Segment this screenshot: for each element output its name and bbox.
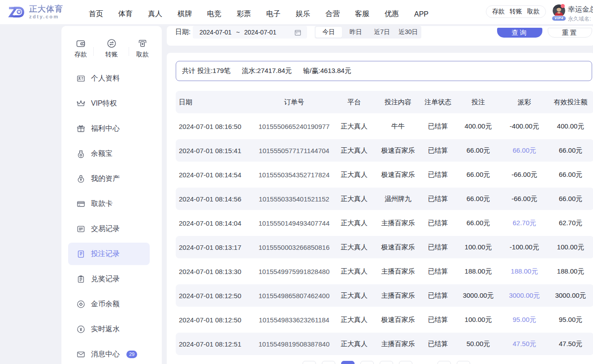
nav-item-6[interactable]: 彩票 (237, 9, 251, 19)
preset-1[interactable]: 今日 (316, 27, 342, 38)
cell-date: 2024-07-01 08:14:04 (176, 219, 253, 227)
table-row[interactable]: 2024-07-01 08:12:511015549819508387840正大… (176, 333, 593, 355)
cell-valid: 47.50元 (545, 340, 593, 348)
cell-payout: -100.00元 (503, 243, 545, 252)
calendar-icon (294, 29, 302, 36)
sidebar-item-11[interactable]: 实时返水 (61, 317, 162, 342)
cell-content: 温州牌九 (373, 195, 423, 203)
cell-valid: 66.00元 (545, 146, 593, 155)
cell-status: 已结算 (423, 171, 453, 179)
avatar[interactable] (553, 4, 565, 17)
quick-transfer[interactable]: 转账 (98, 38, 125, 59)
nav-item-5[interactable]: 电竞 (207, 9, 221, 19)
summary-item-2: 流水:27417.84元 (242, 67, 292, 75)
sidebar-item-1[interactable]: 个人资料 (61, 66, 162, 91)
cell-bet: 66.00元 (453, 195, 503, 203)
table-row[interactable]: 2024-07-01 08:14:561015550335401521152正大… (176, 188, 593, 210)
assets-icon (76, 174, 86, 184)
preset-4[interactable]: 近30日 (395, 26, 422, 39)
summary-box: 共计 投注:179笔流水:27417.84元输/赢:4613.84元 (176, 61, 592, 81)
quick-action-label: 转账 (105, 51, 118, 59)
clipboard-icon (76, 274, 86, 284)
cell-order: 1015550335401521152 (253, 195, 335, 203)
nav-item-11[interactable]: 优惠 (385, 9, 399, 19)
column-header-order: 订单号 (253, 98, 335, 107)
cell-date: 2024-07-01 08:12:51 (176, 340, 253, 348)
quick-wallet[interactable]: 存款 (67, 38, 94, 59)
sidebar-item-3[interactable]: 福利中心 (61, 116, 162, 141)
preset-3[interactable]: 近7日 (369, 26, 395, 39)
cell-bet: 66.00元 (453, 219, 503, 227)
nav-item-1[interactable]: 首页 (89, 9, 103, 19)
pouch-icon (76, 149, 86, 158)
sidebar-item-6[interactable]: 取款卡 (61, 191, 162, 216)
table-row[interactable]: 2024-07-01 08:16:501015550665240190977正大… (176, 115, 593, 137)
sidebar-item-7[interactable]: 交易记录 (61, 216, 162, 241)
cell-order: 1015549833623261184 (253, 316, 335, 324)
nav-item-12[interactable]: APP (414, 10, 429, 18)
sidebar-item-10[interactable]: 金币余额 (61, 291, 162, 317)
sidebar-item-label: 消息中心 (91, 350, 120, 359)
main-panel: 共计 投注:179笔流水:27417.84元输/赢:4613.84元 日期订单号… (167, 53, 593, 364)
page-button-2[interactable]: 2 (341, 361, 355, 364)
filter-panel: 日期: 2024-07-01 ~ 2024-07-01 今日昨日近7日近30日 … (167, 26, 593, 46)
logo[interactable]: 正大体育 zdty.com (8, 4, 63, 20)
preset-2[interactable]: 昨日 (343, 26, 369, 39)
nav-item-10[interactable]: 客服 (355, 9, 369, 19)
cell-valid: 95.00元 (545, 316, 593, 324)
cell-status: 已结算 (423, 243, 453, 252)
cell-valid: 100.00元 (545, 243, 593, 252)
nav-item-8[interactable]: 娱乐 (296, 9, 310, 19)
prev-page-button[interactable]: ‹ (303, 361, 316, 364)
ellipsis-page-button: ••• (418, 361, 432, 364)
username[interactable]: 幸运金总 (568, 5, 593, 14)
sidebar-item-5[interactable]: 我的资产 (61, 166, 162, 191)
cell-valid: 66.00元 (545, 195, 593, 203)
table-row[interactable]: 2024-07-01 08:13:171015550003266850816正大… (176, 236, 593, 258)
cell-status: 已结算 (423, 316, 453, 324)
next-page-button[interactable]: › (457, 361, 470, 364)
cell-content: 主播百家乐 (373, 219, 423, 227)
sidebar-item-label: VIP特权 (91, 99, 117, 108)
vip-badge: VIP4 (552, 16, 566, 21)
nav-item-7[interactable]: 电子 (266, 9, 281, 19)
cell-status: 已结算 (423, 340, 453, 348)
cell-bet: 100.00元 (453, 316, 503, 324)
cell-platform: 正大真人 (335, 146, 373, 155)
date-tilde: ~ (236, 29, 240, 36)
cell-platform: 正大真人 (335, 171, 373, 179)
table-row[interactable]: 2024-07-01 08:15:411015550577171144704正大… (176, 139, 593, 162)
table-row[interactable]: 2024-07-01 08:12:501015549865807462400正大… (176, 284, 593, 307)
header-action-2[interactable]: 转账 (510, 8, 522, 16)
cell-date: 2024-07-01 08:12:50 (176, 316, 253, 324)
page-button-18[interactable]: 18 (437, 361, 451, 364)
sidebar-item-4[interactable]: 余额宝 (61, 141, 162, 166)
header-action-3[interactable]: 取款 (527, 8, 540, 16)
column-header-status: 注单状态 (423, 98, 453, 107)
query-button[interactable]: 查询 (497, 28, 542, 38)
sidebar-item-9[interactable]: 兑奖记录 (61, 266, 162, 291)
date-range-input[interactable]: 2024-07-01 ~ 2024-07-01 (193, 26, 307, 39)
table-row[interactable]: 2024-07-01 08:13:301015549975991828480正大… (176, 260, 593, 283)
page-button-4[interactable]: 4 (380, 361, 393, 364)
reset-button[interactable]: 重置 (548, 28, 592, 38)
nav-item-4[interactable]: 棋牌 (177, 9, 192, 19)
nav-item-9[interactable]: 合营 (325, 9, 340, 19)
page-button-1[interactable]: 1 (322, 361, 335, 364)
cell-bet: 3000.00元 (453, 291, 503, 300)
sidebar-item-12[interactable]: 消息中心29 (61, 342, 162, 364)
sidebar-item-8[interactable]: 投注记录 (61, 241, 162, 266)
page-button-5[interactable]: 5 (399, 361, 412, 364)
cell-content: 极速百家乐 (373, 243, 423, 252)
nav-item-2[interactable]: 体育 (118, 9, 133, 19)
cell-date: 2024-07-01 08:16:50 (176, 123, 253, 130)
table-row[interactable]: 2024-07-01 08:14:041015550149493407744正大… (176, 212, 593, 234)
sidebar-menu: 个人资料VIP特权福利中心余额宝我的资产取款卡交易记录投注记录兑奖记录金币余额实… (61, 66, 162, 364)
quick-withdraw[interactable]: 取款 (129, 38, 156, 59)
nav-item-3[interactable]: 真人 (148, 9, 162, 19)
table-row[interactable]: 2024-07-01 08:12:501015549833623261184正大… (176, 308, 593, 331)
sidebar-item-2[interactable]: VIP特权 (61, 91, 162, 116)
page-button-3[interactable]: 3 (360, 361, 374, 364)
header-action-1[interactable]: 存款 (492, 8, 505, 16)
table-row[interactable]: 2024-07-01 08:14:541015550354352717824正大… (176, 163, 593, 186)
